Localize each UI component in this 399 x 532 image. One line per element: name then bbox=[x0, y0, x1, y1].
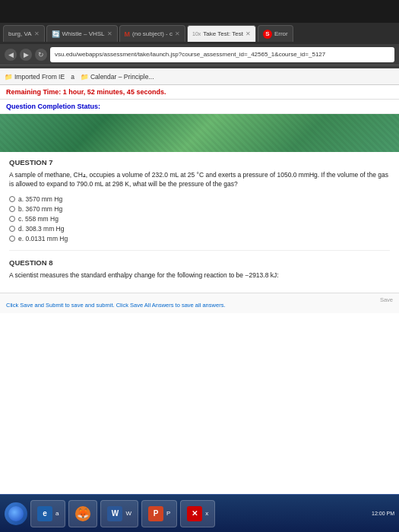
forward-button[interactable]: ▶ bbox=[20, 49, 32, 61]
tab-error-label: Error bbox=[274, 30, 288, 37]
tab-gmail-close[interactable]: ✕ bbox=[175, 30, 180, 37]
bookmark-a-label: a bbox=[71, 73, 74, 81]
taskbar-close-label: x bbox=[205, 510, 208, 517]
taskbar-app-close[interactable]: ✕ x bbox=[180, 500, 215, 527]
option-d-text: d. 308.3 mm Hg bbox=[18, 225, 64, 233]
address-text: vsu.edu/webapps/assessment/take/launch.j… bbox=[55, 51, 325, 58]
taskbar-firefox-icon: 🦊 bbox=[75, 506, 90, 521]
taskbar-app-ie[interactable]: e a bbox=[30, 500, 65, 527]
tab-whistle-close[interactable]: ✕ bbox=[107, 30, 112, 37]
option-e[interactable]: e. 0.0131 mm Hg bbox=[9, 235, 390, 242]
option-c-text: c. 558 mm Hg bbox=[18, 215, 59, 223]
question-7-header: QUESTION 7 bbox=[9, 158, 390, 166]
taskbar-word-label: W bbox=[125, 510, 131, 517]
bookmark-ie-label: Imported From IE bbox=[14, 73, 65, 81]
completion-label: Question Completion Status: bbox=[6, 103, 100, 110]
tab-test-label: Take Test: Test bbox=[203, 30, 243, 37]
question-7-text: A sample of methane, CH₄, occupies a vol… bbox=[9, 171, 390, 189]
folder-icon-2: 📁 bbox=[81, 73, 89, 81]
windows-orb bbox=[8, 506, 24, 521]
page-content: Remaining Time: 1 hour, 52 minutes, 45 s… bbox=[0, 85, 399, 494]
bookmark-imported-ie[interactable]: 📁 Imported From IE bbox=[5, 73, 65, 81]
radio-d[interactable] bbox=[9, 226, 15, 232]
taskbar-app-firefox[interactable]: 🦊 bbox=[68, 500, 97, 527]
question-divider bbox=[9, 250, 390, 251]
taskbar-word-icon: W bbox=[107, 506, 122, 521]
clock-time: 12:00 PM bbox=[372, 511, 394, 516]
browser-chrome: burg, VA ✕ 🔄 Whistle – VHSL ✕ M (no subj… bbox=[0, 23, 399, 68]
question-7-options: a. 3570 mm Hg b. 3670 mm Hg c. 558 mm Hg… bbox=[9, 195, 390, 242]
submit-row: Click Save and Submit to save and submit… bbox=[0, 293, 399, 313]
question-8: QUESTION 8 A scientist measures the stan… bbox=[9, 258, 390, 280]
option-d[interactable]: d. 308.3 mm Hg bbox=[9, 225, 390, 233]
question-8-header: QUESTION 8 bbox=[9, 258, 390, 267]
back-button[interactable]: ◀ bbox=[5, 49, 17, 61]
tab-gmail-favicon: M bbox=[125, 30, 131, 38]
option-b-text: b. 3670 mm Hg bbox=[18, 205, 62, 213]
option-b[interactable]: b. 3670 mm Hg bbox=[9, 205, 390, 213]
error-favicon: S bbox=[263, 30, 272, 39]
save-next-label[interactable]: Save bbox=[380, 296, 393, 303]
address-bar-row: ◀ ▶ ↻ vsu.edu/webapps/assessment/take/la… bbox=[0, 44, 399, 65]
option-e-text: e. 0.0131 mm Hg bbox=[18, 235, 68, 242]
tab-test-close[interactable]: ✕ bbox=[245, 30, 251, 37]
tab-burg[interactable]: burg, VA ✕ bbox=[3, 25, 45, 42]
bookmark-calendar[interactable]: 📁 Calendar – Principle... bbox=[81, 73, 154, 81]
option-a-text: a. 3570 mm Hg bbox=[18, 195, 62, 203]
taskbar-app-word[interactable]: W W bbox=[100, 500, 138, 527]
taskbar-right: 12:00 PM bbox=[372, 511, 394, 516]
taskbar-clock: 12:00 PM bbox=[372, 511, 394, 516]
browser-window: burg, VA ✕ 🔄 Whistle – VHSL ✕ M (no subj… bbox=[0, 23, 399, 494]
tab-test-favicon: 10x bbox=[192, 31, 201, 36]
question-8-text: A scientist measures the standard enthal… bbox=[9, 271, 390, 280]
tab-whistle-favicon: 🔄 bbox=[52, 30, 60, 38]
wavy-decoration bbox=[0, 114, 399, 152]
radio-b[interactable] bbox=[9, 206, 15, 212]
tab-gmail-label: (no subject) - c bbox=[132, 30, 173, 37]
taskbar-app-pp[interactable]: P P bbox=[141, 500, 177, 527]
timer-bar: Remaining Time: 1 hour, 52 minutes, 45 s… bbox=[0, 85, 399, 100]
bookmark-calendar-label: Calendar – Principle... bbox=[90, 73, 154, 81]
radio-a[interactable] bbox=[9, 196, 15, 202]
bookmark-a[interactable]: a bbox=[71, 73, 74, 81]
taskbar: e a 🦊 W W P P ✕ x 12:00 PM bbox=[0, 494, 399, 532]
taskbar-pp-label: P bbox=[166, 510, 170, 517]
option-a[interactable]: a. 3570 mm Hg bbox=[9, 195, 390, 203]
tab-bar: burg, VA ✕ 🔄 Whistle – VHSL ✕ M (no subj… bbox=[0, 23, 399, 44]
tab-burg-close[interactable]: ✕ bbox=[34, 30, 40, 37]
start-button[interactable] bbox=[5, 502, 27, 525]
taskbar-ie-label: a bbox=[55, 510, 59, 517]
tab-error[interactable]: S Error bbox=[258, 25, 293, 42]
question-7: QUESTION 7 A sample of methane, CH₄, occ… bbox=[9, 158, 390, 242]
tab-burg-label: burg, VA bbox=[8, 30, 32, 37]
tab-whistle-label: Whistle – VHSL bbox=[62, 30, 105, 37]
radio-c[interactable] bbox=[9, 216, 15, 222]
radio-e[interactable] bbox=[9, 236, 15, 242]
taskbar-ie-icon: e bbox=[37, 506, 52, 521]
submit-text[interactable]: Click Save and Submit to save and submit… bbox=[6, 302, 225, 309]
taskbar-close-icon: ✕ bbox=[187, 506, 202, 521]
reload-button[interactable]: ↻ bbox=[35, 49, 47, 61]
question-completion-bar: Question Completion Status: bbox=[0, 100, 399, 114]
bookmarks-bar: 📁 Imported From IE a 📁 Calendar – Princi… bbox=[0, 68, 399, 85]
taskbar-pp-icon: P bbox=[148, 506, 163, 521]
folder-icon: 📁 bbox=[5, 73, 13, 81]
tab-whistle[interactable]: 🔄 Whistle – VHSL ✕ bbox=[46, 25, 118, 42]
tab-test[interactable]: 10x Take Test: Test ✕ bbox=[187, 25, 256, 42]
address-bar[interactable]: vsu.edu/webapps/assessment/take/launch.j… bbox=[50, 47, 394, 62]
tab-gmail[interactable]: M (no subject) - c ✕ bbox=[119, 25, 185, 42]
questions-area: QUESTION 7 A sample of methane, CH₄, occ… bbox=[0, 152, 399, 293]
timer-text: Remaining Time: 1 hour, 52 minutes, 45 s… bbox=[6, 88, 393, 96]
option-c[interactable]: c. 558 mm Hg bbox=[9, 215, 390, 223]
